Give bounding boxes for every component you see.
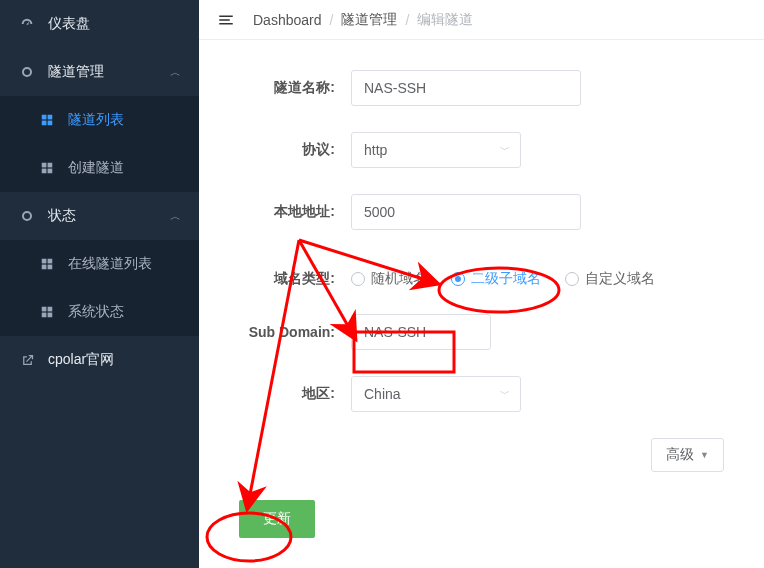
sidebar-label-external-site: cpolar官网 <box>48 351 114 369</box>
svg-rect-5 <box>42 163 47 168</box>
grid-icon <box>38 113 56 127</box>
sidebar-item-external-site[interactable]: cpolar官网 <box>0 336 199 384</box>
local-addr-input[interactable] <box>351 194 581 230</box>
sidebar-item-status-group[interactable]: 状态 ︿ <box>0 192 199 240</box>
annotation-overlay <box>199 40 764 568</box>
radio-sub-domain[interactable]: 二级子域名 <box>451 270 541 288</box>
gauge-icon <box>18 16 36 32</box>
region-select[interactable]: China ﹀ <box>351 376 521 412</box>
grid-icon <box>38 305 56 319</box>
label-protocol: 协议: <box>239 141 335 159</box>
radio-label-sub: 二级子域名 <box>471 270 541 288</box>
breadcrumb-current: 编辑隧道 <box>417 11 473 29</box>
breadcrumb-dashboard[interactable]: Dashboard <box>253 12 322 28</box>
breadcrumb-tunnel-mgmt[interactable]: 隧道管理 <box>341 11 397 29</box>
sidebar-item-tunnel-group[interactable]: 隧道管理 ︿ <box>0 48 199 96</box>
label-local-addr: 本地地址: <box>239 203 335 221</box>
update-label: 更新 <box>263 510 291 526</box>
svg-rect-11 <box>48 259 53 264</box>
sidebar: 仪表盘 隧道管理 ︿ 隧道列表 创建隧道 状态 ︿ <box>0 0 199 568</box>
protocol-select[interactable]: http ﹀ <box>351 132 521 168</box>
sidebar-item-status-online[interactable]: 在线隧道列表 <box>0 240 199 288</box>
radio-label-custom: 自定义域名 <box>585 270 655 288</box>
label-domain-type: 域名类型: <box>239 270 335 288</box>
sidebar-label-tunnel-create: 创建隧道 <box>68 159 124 177</box>
svg-point-0 <box>23 68 31 76</box>
svg-rect-8 <box>48 169 53 174</box>
sidebar-item-status-system[interactable]: 系统状态 <box>0 288 199 336</box>
radio-random-domain[interactable]: 随机域名 <box>351 270 427 288</box>
sidebar-item-tunnel-create[interactable]: 创建隧道 <box>0 144 199 192</box>
radio-label-random: 随机域名 <box>371 270 427 288</box>
breadcrumb: Dashboard / 隧道管理 / 编辑隧道 <box>253 11 473 29</box>
sidebar-label-tunnel-list: 隧道列表 <box>68 111 124 129</box>
caret-down-icon: ▼ <box>700 450 709 460</box>
sidebar-label-status-system: 系统状态 <box>68 303 124 321</box>
breadcrumb-sep: / <box>405 12 409 28</box>
tunnel-name-input[interactable] <box>351 70 581 106</box>
region-value: China <box>364 386 401 402</box>
main-panel: Dashboard / 隧道管理 / 编辑隧道 隧道名称: 协议: http ﹀… <box>199 0 764 568</box>
chevron-up-icon: ︿ <box>170 65 181 80</box>
chevron-down-icon: ﹀ <box>500 143 510 157</box>
chevron-down-icon: ﹀ <box>500 387 510 401</box>
svg-rect-10 <box>42 259 47 264</box>
svg-rect-1 <box>42 115 47 120</box>
form-area: 隧道名称: 协议: http ﹀ 本地地址: 域名类型: 随 <box>199 40 764 568</box>
update-button[interactable]: 更新 <box>239 500 315 538</box>
svg-rect-12 <box>42 265 47 270</box>
svg-rect-7 <box>42 169 47 174</box>
svg-point-9 <box>23 212 31 220</box>
sidebar-label-dashboard: 仪表盘 <box>48 15 90 33</box>
label-region: 地区: <box>239 385 335 403</box>
radio-icon <box>565 272 579 286</box>
sidebar-item-tunnel-list[interactable]: 隧道列表 <box>0 96 199 144</box>
sub-domain-input[interactable] <box>351 314 491 350</box>
advanced-label: 高级 <box>666 446 694 464</box>
circle-icon <box>18 64 36 80</box>
svg-rect-4 <box>48 121 53 126</box>
svg-rect-13 <box>48 265 53 270</box>
protocol-value: http <box>364 142 387 158</box>
label-tunnel-name: 隧道名称: <box>239 79 335 97</box>
grid-icon <box>38 257 56 271</box>
svg-rect-16 <box>42 313 47 318</box>
svg-rect-2 <box>48 115 53 120</box>
chevron-up-icon: ︿ <box>170 209 181 224</box>
svg-rect-6 <box>48 163 53 168</box>
external-link-icon <box>18 353 36 368</box>
sidebar-label-status-online: 在线隧道列表 <box>68 255 152 273</box>
hamburger-icon[interactable] <box>217 11 235 29</box>
radio-icon <box>451 272 465 286</box>
sidebar-item-dashboard[interactable]: 仪表盘 <box>0 0 199 48</box>
svg-rect-15 <box>48 307 53 312</box>
advanced-button[interactable]: 高级 ▼ <box>651 438 724 472</box>
sidebar-label-tunnel-group: 隧道管理 <box>48 63 104 81</box>
radio-icon <box>351 272 365 286</box>
breadcrumb-sep: / <box>330 12 334 28</box>
circle-icon <box>18 208 36 224</box>
svg-rect-14 <box>42 307 47 312</box>
label-sub-domain: Sub Domain: <box>239 324 335 340</box>
svg-rect-17 <box>48 313 53 318</box>
grid-icon <box>38 161 56 175</box>
topbar: Dashboard / 隧道管理 / 编辑隧道 <box>199 0 764 40</box>
domain-type-radio-group: 随机域名 二级子域名 自定义域名 <box>351 270 655 288</box>
svg-rect-3 <box>42 121 47 126</box>
sidebar-label-status-group: 状态 <box>48 207 76 225</box>
radio-custom-domain[interactable]: 自定义域名 <box>565 270 655 288</box>
